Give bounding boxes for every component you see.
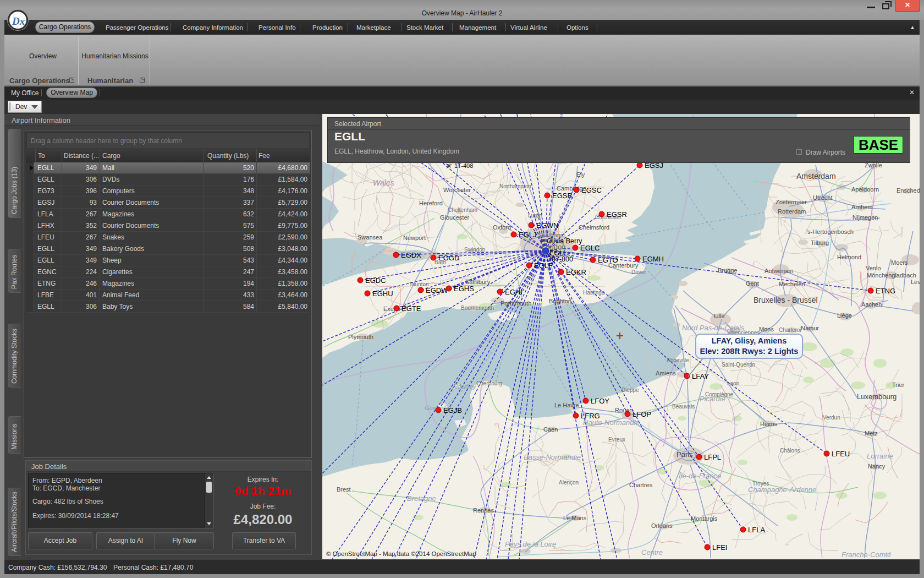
svg-text:Châlons: Châlons bbox=[780, 448, 800, 454]
svg-text:LFOP: LFOP bbox=[632, 410, 651, 418]
svg-text:Plymouth: Plymouth bbox=[348, 334, 373, 340]
svg-text:EGJB: EGJB bbox=[443, 406, 462, 415]
svg-text:LFRG: LFRG bbox=[581, 412, 600, 420]
svg-text:Orléans: Orléans bbox=[651, 522, 673, 529]
svg-text:EGSB: EGSB bbox=[552, 192, 572, 200]
svg-text:Luxembourg: Luxembourg bbox=[857, 392, 897, 401]
svg-text:Antwerpen: Antwerpen bbox=[765, 268, 794, 274]
svg-text:EGWN: EGWN bbox=[536, 221, 558, 230]
svg-text:Amsterdam: Amsterdam bbox=[796, 172, 836, 181]
svg-text:Venlo: Venlo bbox=[866, 265, 881, 271]
svg-text:Le Havre: Le Havre bbox=[554, 402, 579, 408]
svg-text:Gloucester: Gloucester bbox=[440, 214, 470, 221]
svg-text:EGHI: EGHI bbox=[505, 288, 522, 296]
svg-text:Lever: Lever bbox=[911, 279, 920, 285]
svg-text:Reims: Reims bbox=[760, 421, 778, 427]
svg-text:Mons: Mons bbox=[759, 326, 774, 332]
svg-text:LFLA: LFLA bbox=[748, 526, 765, 534]
svg-text:Bruxelles - Brussel: Bruxelles - Brussel bbox=[754, 296, 818, 304]
svg-text:Saint-Quentin: Saint-Quentin bbox=[722, 362, 755, 368]
svg-text:Helmond: Helmond bbox=[837, 254, 861, 260]
svg-text:Beauvais: Beauvais bbox=[672, 403, 695, 410]
svg-text:Enschede: Enschede bbox=[897, 187, 920, 194]
svg-text:Rennes: Rennes bbox=[473, 507, 494, 514]
svg-text:Brighton: Brighton bbox=[549, 298, 571, 304]
svg-text:EGLJ: EGLJ bbox=[519, 231, 537, 239]
svg-text:Zoetermeer: Zoetermeer bbox=[776, 199, 807, 205]
svg-text:LFAY: LFAY bbox=[692, 372, 709, 380]
svg-text:EGMH: EGMH bbox=[642, 255, 664, 263]
svg-text:Liège: Liège bbox=[837, 312, 852, 319]
svg-text:Laon: Laon bbox=[727, 380, 739, 386]
svg-text:ETNG: ETNG bbox=[876, 287, 895, 295]
svg-text:Charleroi: Charleroi bbox=[779, 327, 801, 333]
svg-text:Lorraine: Lorraine bbox=[867, 452, 893, 460]
svg-text:Mönchengladbach: Mönchengladbach bbox=[867, 272, 916, 279]
svg-text:Northampton: Northampton bbox=[499, 183, 531, 189]
svg-text:LFEU: LFEU bbox=[832, 450, 850, 458]
svg-text:Pays de la Loire: Pays de la Loire bbox=[505, 540, 556, 548]
svg-text:Hastings: Hastings bbox=[583, 290, 604, 296]
svg-text:Hereford: Hereford bbox=[419, 200, 443, 206]
svg-text:Cheltenham: Cheltenham bbox=[448, 207, 477, 213]
svg-text:EGSR: EGSR bbox=[607, 210, 627, 219]
svg-text:Tilburg: Tilburg bbox=[811, 239, 829, 246]
svg-text:Caen: Caen bbox=[543, 426, 558, 433]
svg-text:Brest: Brest bbox=[337, 486, 351, 493]
svg-text:Paris: Paris bbox=[676, 450, 693, 459]
svg-text:Cherbourg: Cherbourg bbox=[476, 380, 502, 386]
svg-text:Alençon: Alençon bbox=[559, 479, 579, 486]
svg-text:Metz: Metz bbox=[865, 430, 878, 437]
svg-text:Compiègne: Compiègne bbox=[705, 391, 734, 397]
svg-text:Alderney: Alderney bbox=[452, 383, 477, 390]
svg-text:Dieppe: Dieppe bbox=[622, 387, 639, 393]
svg-text:EGSC: EGSC bbox=[581, 186, 602, 194]
svg-text:Apeldoorn: Apeldoorn bbox=[851, 186, 879, 193]
svg-text:Rotterdam: Rotterdam bbox=[778, 208, 806, 215]
svg-text:Dover: Dover bbox=[631, 269, 646, 275]
svg-text:Troyes: Troyes bbox=[752, 481, 769, 487]
svg-text:Arnhem: Arnhem bbox=[851, 204, 873, 210]
svg-text:Luton: Luton bbox=[528, 212, 542, 219]
svg-text:Lille: Lille bbox=[714, 313, 725, 319]
svg-text:Champagne-Ardenne: Champagne-Ardenne bbox=[748, 486, 816, 494]
svg-text:LFOY: LFOY bbox=[591, 397, 609, 405]
svg-text:Moers: Moers bbox=[891, 259, 908, 266]
svg-text:EGHS: EGHS bbox=[454, 285, 474, 293]
svg-text:Newport: Newport bbox=[403, 235, 426, 241]
svg-text:LFEI: LFEI bbox=[712, 543, 727, 552]
svg-text:Nancy: Nancy bbox=[868, 463, 886, 470]
svg-text:EGKR: EGKR bbox=[566, 268, 586, 276]
svg-text:EGTE: EGTE bbox=[402, 304, 421, 313]
svg-text:Nijmegen: Nijmegen bbox=[853, 214, 878, 221]
svg-text:Île-de-France: Île-de-France bbox=[679, 472, 721, 480]
svg-text:Centre: Centre bbox=[641, 548, 663, 557]
svg-text:© OpenStreetMap - Map data ©20: © OpenStreetMap - Map data ©2014 OpenStr… bbox=[326, 550, 476, 557]
svg-text:LFPL: LFPL bbox=[704, 453, 721, 461]
svg-text:Amiens: Amiens bbox=[656, 370, 676, 377]
svg-text:Wales: Wales bbox=[373, 178, 394, 187]
svg-text:Mechelen: Mechelen bbox=[779, 281, 805, 287]
svg-text:Portsmouth: Portsmouth bbox=[501, 300, 531, 307]
svg-text:Chartres: Chartres bbox=[629, 482, 653, 488]
svg-text:Aachen: Aachen bbox=[861, 301, 882, 308]
svg-text:Basse-Normandie: Basse-Normandie bbox=[524, 453, 581, 461]
svg-text:Brugge: Brugge bbox=[718, 267, 737, 274]
svg-text:Le Mans: Le Mans bbox=[563, 515, 587, 521]
svg-text:Trier: Trier bbox=[892, 381, 905, 388]
svg-text:Abbeville: Abbeville bbox=[667, 357, 689, 363]
svg-text:EGDX: EGDX bbox=[401, 251, 421, 259]
svg-text:Olivia Berry: Olivia Berry bbox=[547, 237, 582, 245]
svg-text:1T-408: 1T-408 bbox=[454, 162, 473, 169]
svg-text:'s-Hertogenbosch: 's-Hertogenbosch bbox=[806, 228, 854, 235]
svg-text:Utrecht: Utrecht bbox=[813, 194, 832, 201]
svg-text:EGDC: EGDC bbox=[365, 276, 386, 285]
svg-text:Verdun: Verdun bbox=[823, 415, 840, 421]
svg-text:Worcester: Worcester bbox=[443, 187, 471, 193]
svg-text:Ely: Ely bbox=[576, 171, 585, 178]
svg-text:EGTO: EGTO bbox=[598, 256, 618, 264]
svg-text:EGLC: EGLC bbox=[580, 244, 600, 252]
svg-text:Oxford: Oxford bbox=[493, 224, 511, 231]
svg-text:LFAY, Glisy, Amiens: LFAY, Glisy, Amiens bbox=[712, 336, 787, 345]
svg-text:787-800: 787-800 bbox=[548, 255, 573, 263]
